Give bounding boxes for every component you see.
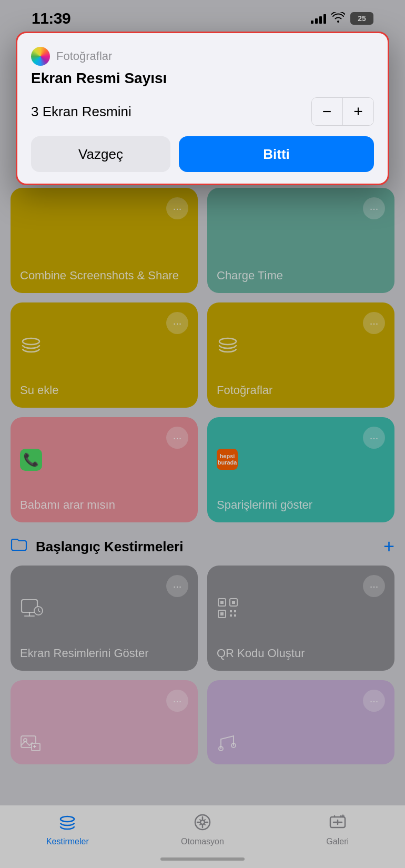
dialog-app-row: Fotoğraflar <box>31 47 374 66</box>
count-stepper: − + <box>311 97 374 126</box>
increment-button[interactable]: + <box>343 98 373 125</box>
decrement-button[interactable]: − <box>312 98 342 125</box>
dialog-title: Ekran Resmi Sayısı <box>31 70 374 87</box>
done-button[interactable]: Bitti <box>179 136 374 172</box>
cancel-button[interactable]: Vazgeç <box>31 136 170 172</box>
photos-app-icon <box>31 47 50 66</box>
screenshot-count-dialog: Fotoğraflar Ekran Resmi Sayısı 3 Ekran R… <box>16 32 389 185</box>
count-label: 3 Ekran Resmini <box>31 104 131 120</box>
dialog-actions: Vazgeç Bitti <box>31 136 374 172</box>
dialog-app-name: Fotoğraflar <box>56 49 112 63</box>
dialog-counter-row: 3 Ekran Resmini − + <box>31 97 374 126</box>
